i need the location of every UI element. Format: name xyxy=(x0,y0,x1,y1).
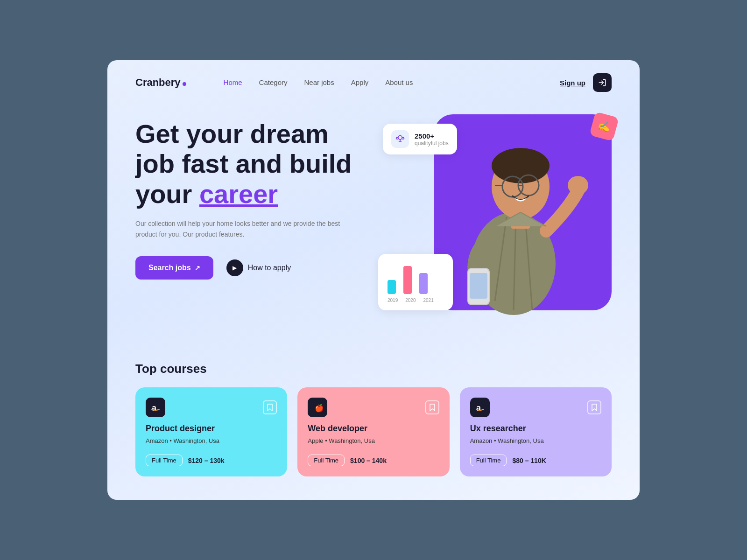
bar-group-2020 xyxy=(403,266,412,294)
bookmark-svg-2 xyxy=(429,404,436,411)
bar-group-2021 xyxy=(419,273,428,294)
company-logo-3: a xyxy=(470,398,490,417)
hero-right: 2500+ qualityful jobs ✍ xyxy=(397,110,612,338)
salary-2: $100 – 140k xyxy=(350,457,387,464)
nav-links: Home Category Near jobs Apply About us xyxy=(224,78,560,87)
stat-text: 2500+ qualityful jobs xyxy=(415,132,449,147)
hero-buttons: Search jobs ↗ ▶ How to apply xyxy=(135,256,397,280)
bar-2019 xyxy=(388,280,396,294)
nav-item-category[interactable]: Category xyxy=(259,78,288,87)
bar-2021 xyxy=(419,273,428,294)
svg-rect-11 xyxy=(470,273,487,299)
hero-title-line3: your xyxy=(135,179,199,209)
stat-icon xyxy=(391,130,409,148)
login-icon xyxy=(598,78,606,87)
amazon-logo-3: a xyxy=(474,402,486,413)
nav-right: Sign up xyxy=(560,73,612,92)
course-card-2: 🍎 Web developer Apple • Washington, Usa … xyxy=(297,387,449,476)
stat-label: qualityful jobs xyxy=(415,140,449,147)
nav-item-apply[interactable]: Apply xyxy=(351,78,369,87)
course-footer-2: Full Time $100 – 140k xyxy=(308,455,439,466)
chart-labels: 2019 2020 2021 xyxy=(388,298,444,303)
nav-item-near-jobs[interactable]: Near jobs xyxy=(304,78,334,87)
job-type-badge-2: Full Time xyxy=(308,455,345,466)
svg-point-9 xyxy=(568,176,588,195)
hero-title-line2: job fast and build xyxy=(135,149,352,178)
chart-label-2019: 2019 xyxy=(388,298,398,303)
job-type-badge-3: Full Time xyxy=(470,455,507,466)
arrow-icon: ↗ xyxy=(195,264,200,272)
course-company-3: Amazon • Washington, Usa xyxy=(470,437,601,444)
logo: Cranbery xyxy=(135,77,186,89)
course-footer-1: Full Time $120 – 130k xyxy=(146,455,277,466)
section-title: Top courses xyxy=(135,362,612,376)
hero-title-line1: Get your dream xyxy=(135,119,329,148)
course-footer-3: Full Time $80 – 110K xyxy=(470,455,601,466)
card-top-3: a xyxy=(470,398,601,417)
nav-item-about[interactable]: About us xyxy=(385,78,413,87)
course-card-1: a Product designer Amazon • Washington, … xyxy=(135,387,287,476)
hero-title: Get your dream job fast and build your c… xyxy=(135,119,397,209)
search-jobs-button[interactable]: Search jobs ↗ xyxy=(135,256,213,280)
login-icon-button[interactable] xyxy=(593,73,612,92)
bar-group-2019 xyxy=(388,280,396,294)
course-title-3: Ux researcher xyxy=(470,424,601,434)
svg-text:🍎: 🍎 xyxy=(315,404,323,413)
svg-line-7 xyxy=(518,185,523,186)
play-icon: ▶ xyxy=(226,259,243,276)
salary-1: $120 – 130k xyxy=(188,457,225,464)
courses-grid: a Product designer Amazon • Washington, … xyxy=(135,387,612,476)
salary-3: $80 – 110K xyxy=(512,457,546,464)
course-card-3: a Ux researcher Amazon • Washington, Usa xyxy=(460,387,612,476)
course-company-2: Apple • Washington, Usa xyxy=(308,437,439,444)
how-to-apply-label: How to apply xyxy=(248,264,291,272)
job-type-badge-1: Full Time xyxy=(146,455,183,466)
stat-card: 2500+ qualityful jobs xyxy=(383,124,457,154)
logo-dot xyxy=(183,82,186,86)
navbar: Cranbery Home Category Near jobs Apply A… xyxy=(107,60,640,105)
card-top-1: a xyxy=(146,398,277,417)
hero-subtitle: Our collection will help your home looks… xyxy=(135,218,341,239)
search-jobs-label: Search jobs xyxy=(148,264,191,272)
company-logo-2: 🍎 xyxy=(308,398,327,417)
bookmark-svg-1 xyxy=(267,404,273,411)
nav-link-near-jobs[interactable]: Near jobs xyxy=(304,78,334,86)
nav-link-category[interactable]: Category xyxy=(259,78,288,86)
svg-point-1 xyxy=(398,136,402,140)
how-to-apply-button[interactable]: ▶ How to apply xyxy=(226,259,291,276)
bookmark-icon-2[interactable] xyxy=(425,400,439,414)
chart-label-2021: 2021 xyxy=(423,298,434,303)
bookmark-icon-3[interactable] xyxy=(587,400,601,414)
stat-number: 2500+ xyxy=(415,132,449,140)
nav-link-about[interactable]: About us xyxy=(385,78,413,86)
amazon-logo-1: a xyxy=(150,402,161,413)
hero-title-career: career xyxy=(199,179,278,209)
course-location-1: Amazon • Washington, Usa xyxy=(146,437,219,444)
nav-item-home[interactable]: Home xyxy=(224,78,242,87)
course-location-3: Amazon • Washington, Usa xyxy=(470,437,544,444)
page-container: Cranbery Home Category Near jobs Apply A… xyxy=(107,60,640,500)
hero-left: Get your dream job fast and build your c… xyxy=(135,110,397,338)
svg-text:a: a xyxy=(152,403,157,413)
bookmark-svg-3 xyxy=(591,404,598,411)
person-svg xyxy=(434,114,593,315)
bar-2020 xyxy=(403,266,412,294)
course-title-2: Web developer xyxy=(308,424,439,434)
apple-logo-2: 🍎 xyxy=(312,402,323,413)
top-courses-section: Top courses a xyxy=(107,357,640,500)
bookmark-icon-1[interactable] xyxy=(263,400,277,414)
chart-bars xyxy=(388,261,444,294)
chart-label-2020: 2020 xyxy=(405,298,416,303)
nav-link-home[interactable]: Home xyxy=(224,78,242,86)
signup-button[interactable]: Sign up xyxy=(560,79,585,87)
course-location-2: Apple • Washington, Usa xyxy=(308,437,375,444)
course-company-1: Amazon • Washington, Usa xyxy=(146,437,277,444)
nav-link-apply[interactable]: Apply xyxy=(351,78,369,86)
hero-section: Get your dream job fast and build your c… xyxy=(107,105,640,357)
company-logo-1: a xyxy=(146,398,165,417)
logo-text: Cranbery xyxy=(135,77,181,89)
svg-text:a: a xyxy=(476,403,481,413)
trophy-icon xyxy=(395,134,405,144)
svg-line-8 xyxy=(495,185,502,186)
chart-card: 2019 2020 2021 xyxy=(378,254,453,310)
